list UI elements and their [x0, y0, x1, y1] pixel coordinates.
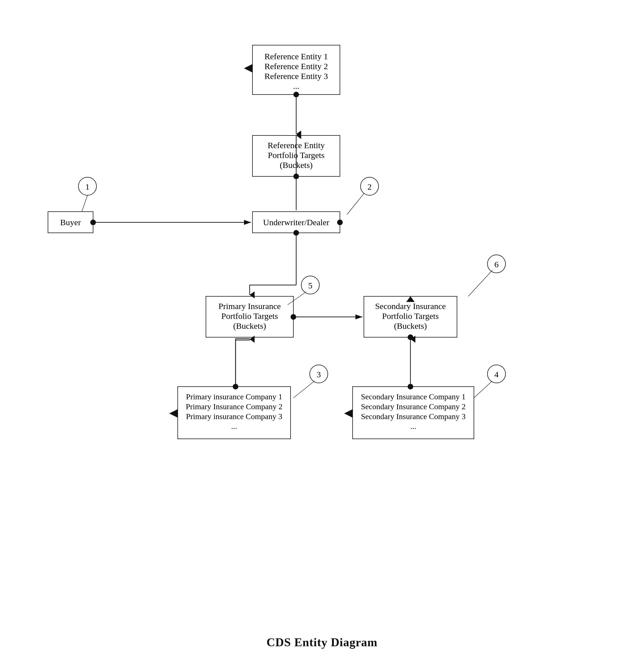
svg-point-52 — [408, 384, 413, 389]
svg-text:3: 3 — [317, 370, 321, 379]
svg-text:Secondary Insurance Company 2: Secondary Insurance Company 2 — [361, 402, 466, 411]
svg-line-57 — [82, 195, 87, 212]
svg-text:Primary Insurance: Primary Insurance — [219, 301, 281, 311]
diagram-title: CDS Entity Diagram — [267, 635, 378, 649]
svg-text:Primary Insurance Company 2: Primary Insurance Company 2 — [186, 402, 283, 411]
svg-text:...: ... — [231, 422, 237, 431]
svg-text:Reference Entity 3: Reference Entity 3 — [265, 71, 328, 81]
svg-marker-28 — [244, 64, 252, 72]
svg-text:Primary insurance Company 1: Primary insurance Company 1 — [186, 392, 282, 401]
svg-point-26 — [293, 92, 299, 98]
svg-text:2: 2 — [368, 182, 372, 191]
svg-text:Secondary Insurance: Secondary Insurance — [375, 301, 446, 311]
svg-text:Underwriter/Dealer: Underwriter/Dealer — [263, 217, 329, 227]
svg-point-35 — [293, 230, 299, 235]
svg-text:Secondary Insurance Company 3: Secondary Insurance Company 3 — [361, 412, 466, 421]
svg-line-63 — [293, 381, 315, 398]
svg-text:4: 4 — [495, 370, 499, 379]
svg-marker-54 — [344, 409, 353, 418]
svg-line-66 — [474, 381, 492, 398]
svg-point-42 — [233, 384, 238, 389]
svg-text:...: ... — [410, 422, 416, 431]
svg-text:...: ... — [293, 81, 300, 91]
svg-text:Portfolio Targets: Portfolio Targets — [221, 311, 278, 320]
svg-point-39 — [290, 314, 296, 320]
svg-marker-51 — [169, 409, 178, 418]
svg-line-60 — [347, 194, 364, 214]
svg-text:(Buckets): (Buckets) — [394, 321, 427, 331]
reference-entity-label: Reference Entity 1 — [265, 52, 328, 61]
svg-text:Portfolio Targets: Portfolio Targets — [382, 311, 439, 320]
svg-text:Secondary Insurance Company 1: Secondary Insurance Company 1 — [361, 392, 466, 401]
svg-text:6: 6 — [495, 260, 499, 269]
svg-line-72 — [468, 270, 492, 296]
svg-text:5: 5 — [308, 281, 312, 290]
svg-text:Reference Entity 2: Reference Entity 2 — [265, 62, 328, 71]
svg-text:Primary insurance Company 3: Primary insurance Company 3 — [186, 412, 282, 421]
diagram-container: Reference Entity 1 Reference Entity 2 Re… — [0, 17, 644, 638]
svg-text:Buyer: Buyer — [60, 217, 81, 227]
svg-point-34 — [337, 220, 343, 225]
svg-point-32 — [90, 220, 96, 225]
svg-text:(Buckets): (Buckets) — [233, 321, 266, 331]
svg-text:1: 1 — [86, 182, 90, 191]
